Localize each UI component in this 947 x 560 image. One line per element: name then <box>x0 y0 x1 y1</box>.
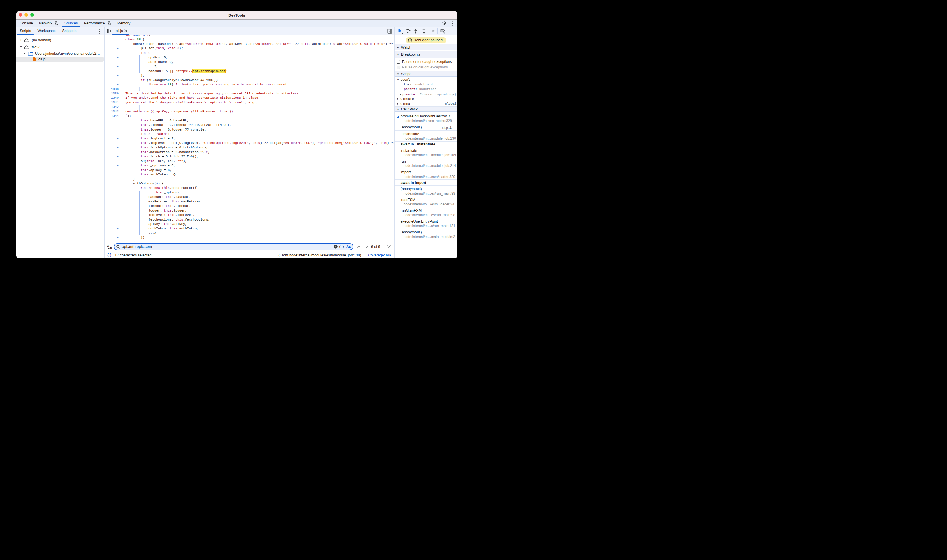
svg-text:B: B <box>110 246 112 249</box>
svg-text:A: A <box>107 244 109 248</box>
